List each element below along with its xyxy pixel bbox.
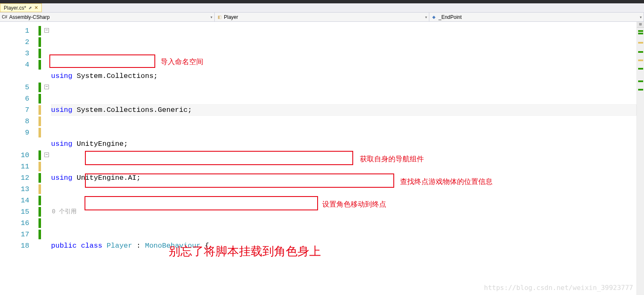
code-area[interactable]: using System.Collections; using System.C… bbox=[51, 22, 636, 295]
line-number: 13 bbox=[0, 184, 29, 195]
navigation-bar: C# Assembly-CSharp ▾ ◧ Player ▾ ◆ _EndPo… bbox=[0, 13, 644, 22]
fold-toggle[interactable]: − bbox=[44, 28, 49, 33]
csharp-project-icon: C# bbox=[2, 14, 8, 20]
line-number: 8 bbox=[0, 116, 29, 127]
line-number: 10 bbox=[0, 150, 29, 161]
field-icon: ◆ bbox=[431, 14, 437, 20]
line-number: 6 bbox=[0, 93, 29, 104]
class-dropdown[interactable]: ◧ Player ▾ bbox=[215, 13, 429, 21]
line-number: 15 bbox=[0, 206, 29, 217]
project-name: Assembly-CSharp bbox=[9, 14, 50, 20]
chevron-down-icon: ▾ bbox=[640, 15, 642, 19]
fold-toggle[interactable]: − bbox=[44, 85, 49, 89]
annotation-text: 查找终点游戏物体的位置信息 bbox=[400, 176, 493, 187]
change-marker-column bbox=[38, 22, 44, 295]
split-icon[interactable]: ▤ bbox=[637, 22, 644, 28]
tab-filename: Player.cs* bbox=[4, 5, 26, 11]
tab-bar: Player.cs* ⬈ ✕ bbox=[0, 3, 644, 13]
line-number: 14 bbox=[0, 195, 29, 206]
pin-icon[interactable]: ⬈ bbox=[28, 5, 32, 10]
line-number: 12 bbox=[0, 172, 29, 184]
class-icon: ◧ bbox=[216, 14, 222, 20]
chevron-down-icon: ▾ bbox=[210, 15, 213, 19]
code-line: using System.Collections; bbox=[51, 70, 636, 82]
fold-toggle[interactable]: − bbox=[44, 153, 49, 157]
close-icon[interactable]: ✕ bbox=[34, 5, 38, 10]
watermark: https://blog.csdn.net/weixin_39923777 bbox=[484, 282, 633, 293]
line-number: 4 bbox=[0, 59, 29, 70]
line-number: 16 bbox=[0, 217, 29, 229]
annotation-text: 获取自身的导航组件 bbox=[360, 153, 424, 165]
code-editor[interactable]: 1 2 3 4 5 6 7 8 9 10 11 12 13 14 15 16 1… bbox=[0, 22, 644, 295]
code-line: using System.Collections.Generic; bbox=[51, 104, 636, 116]
annotation-box bbox=[49, 54, 155, 68]
file-tab-player[interactable]: Player.cs* ⬈ ✕ bbox=[0, 3, 42, 12]
annotation-big: 别忘了将脚本挂载到角色身上 bbox=[169, 246, 321, 257]
line-number bbox=[0, 138, 29, 150]
class-name: Player bbox=[224, 14, 238, 20]
annotation-text: 设置角色移动到终点 bbox=[322, 199, 386, 210]
annotation-box bbox=[85, 173, 394, 188]
annotation-box bbox=[85, 151, 353, 165]
member-dropdown[interactable]: ◆ _EndPoint ▾ bbox=[429, 13, 644, 21]
line-number: 5 bbox=[0, 82, 29, 93]
annotation-text: 导入命名空间 bbox=[161, 56, 203, 67]
line-number bbox=[0, 70, 29, 82]
line-number: 3 bbox=[0, 48, 29, 59]
vertical-scrollbar[interactable]: ▤ bbox=[636, 22, 644, 295]
line-number: 2 bbox=[0, 36, 29, 48]
window-titlebar bbox=[0, 0, 644, 3]
project-dropdown[interactable]: C# Assembly-CSharp ▾ bbox=[0, 13, 215, 21]
line-number: 11 bbox=[0, 161, 29, 172]
annotation-box bbox=[85, 196, 318, 210]
line-number: 18 bbox=[0, 240, 29, 251]
code-line: using UnityEngine; bbox=[51, 138, 636, 150]
line-number: 9 bbox=[0, 127, 29, 138]
member-name: _EndPoint bbox=[439, 14, 462, 20]
code-line: public class Player : MonoBehaviour { bbox=[51, 240, 636, 251]
line-number: 17 bbox=[0, 229, 29, 240]
line-number: 7 bbox=[0, 104, 29, 116]
chevron-down-icon: ▾ bbox=[425, 15, 427, 19]
line-number-gutter: 1 2 3 4 5 6 7 8 9 10 11 12 13 14 15 16 1… bbox=[0, 22, 38, 295]
line-number: 1 bbox=[0, 25, 29, 36]
